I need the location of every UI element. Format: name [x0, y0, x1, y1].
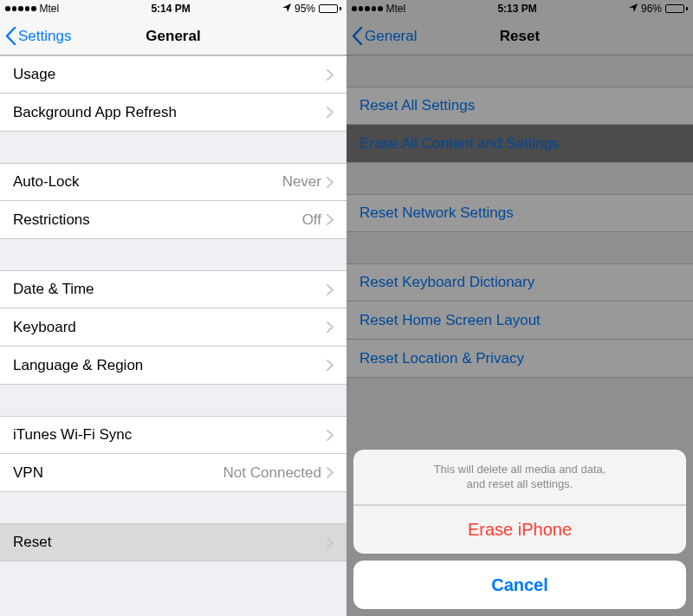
- chevron-right-icon: [327, 284, 334, 295]
- cell-reset[interactable]: Reset: [0, 523, 346, 561]
- erase-iphone-button[interactable]: Erase iPhone: [353, 505, 686, 554]
- cell-detail: Never: [282, 173, 321, 191]
- cell-label: Reset: [13, 534, 327, 551]
- button-label: Cancel: [491, 575, 548, 595]
- chevron-right-icon: [327, 177, 334, 188]
- chevron-right-icon: [327, 321, 334, 333]
- chevron-right-icon: [327, 107, 334, 118]
- battery-percent: 95%: [295, 3, 315, 15]
- cell-vpn[interactable]: VPN Not Connected: [0, 454, 346, 492]
- cell-detail: Not Connected: [223, 464, 321, 482]
- cell-label: Language & Region: [13, 357, 327, 374]
- screenshot-general-settings: Mtel 5:14 PM 95% Settings General: [0, 0, 346, 616]
- cell-label: Keyboard: [13, 319, 327, 336]
- action-sheet: This will delete all media and data, and…: [353, 450, 686, 609]
- chevron-right-icon: [327, 214, 334, 225]
- cell-label: Usage: [13, 66, 327, 83]
- cell-label: Date & Time: [13, 281, 327, 298]
- sheet-message: This will delete all media and data, and…: [353, 450, 686, 505]
- status-time: 5:14 PM: [151, 3, 190, 15]
- cell-language-region[interactable]: Language & Region: [0, 347, 346, 385]
- chevron-left-icon: [5, 27, 16, 45]
- chevron-right-icon: [327, 430, 334, 441]
- cell-keyboard[interactable]: Keyboard: [0, 308, 346, 347]
- cell-label: Restrictions: [13, 211, 302, 229]
- cell-detail: Off: [302, 211, 321, 229]
- cell-label: VPN: [13, 464, 223, 482]
- cell-background-app-refresh[interactable]: Background App Refresh: [0, 94, 346, 132]
- cell-restrictions[interactable]: Restrictions Off: [0, 201, 346, 239]
- cell-date-time[interactable]: Date & Time: [0, 270, 346, 308]
- cell-label: Auto-Lock: [13, 173, 282, 191]
- cell-itunes-wifi-sync[interactable]: iTunes Wi-Fi Sync: [0, 416, 346, 454]
- location-icon: [282, 3, 291, 15]
- cell-auto-lock[interactable]: Auto-Lock Never: [0, 163, 346, 201]
- chevron-right-icon: [327, 69, 334, 81]
- chevron-right-icon: [327, 360, 334, 371]
- signal-dots-icon: [5, 6, 36, 11]
- status-bar: Mtel 5:14 PM 95%: [0, 0, 346, 17]
- cell-label: Background App Refresh: [13, 104, 327, 121]
- screenshot-reset-actionsheet: Mtel 5:13 PM 96% General: [346, 0, 693, 616]
- cancel-button[interactable]: Cancel: [353, 561, 686, 609]
- button-label: Erase iPhone: [468, 520, 572, 540]
- battery-icon: [319, 4, 341, 13]
- carrier-label: Mtel: [40, 3, 60, 15]
- chevron-right-icon: [327, 537, 334, 548]
- nav-bar: Settings General: [0, 17, 346, 55]
- settings-table[interactable]: Usage Background App Refresh Auto-Lock N…: [0, 55, 346, 616]
- cell-usage[interactable]: Usage: [0, 55, 346, 94]
- back-button[interactable]: Settings: [0, 27, 71, 45]
- chevron-right-icon: [327, 467, 334, 478]
- cell-label: iTunes Wi-Fi Sync: [13, 426, 327, 444]
- back-label: Settings: [18, 28, 71, 45]
